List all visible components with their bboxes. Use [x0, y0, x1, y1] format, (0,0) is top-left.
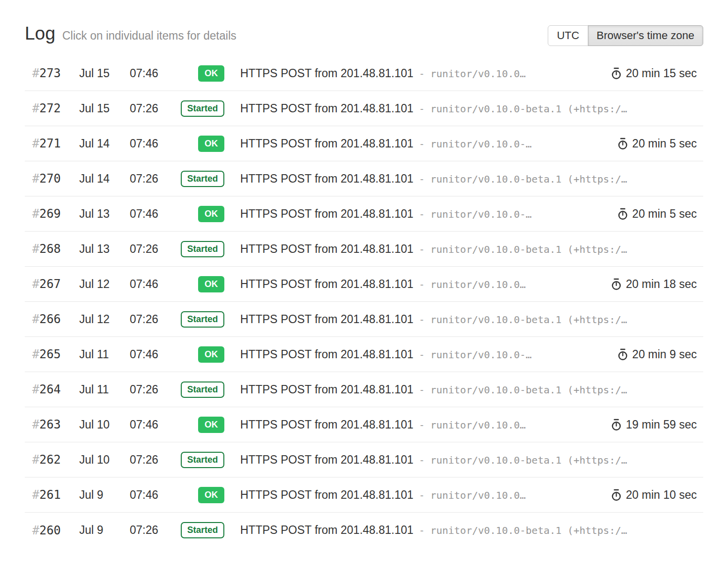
- event-date: Jul 9: [79, 488, 130, 502]
- hash-prefix: #: [32, 382, 39, 396]
- table-row[interactable]: #269 Jul 13 07:46 OK HTTPS POST from 201…: [25, 196, 703, 232]
- separator-dash: -: [419, 279, 425, 290]
- table-row[interactable]: #264 Jul 11 07:26 Started HTTPS POST fro…: [25, 372, 703, 407]
- page-title: Log: [25, 23, 55, 44]
- status-badge: OK: [198, 136, 224, 152]
- hash-prefix: #: [32, 453, 39, 467]
- event-date: Jul 13: [79, 242, 130, 256]
- separator-dash: -: [419, 314, 425, 326]
- log-page: LogClick on individual items for details…: [0, 0, 728, 548]
- event-description: HTTPS POST from 201.48.81.101 - runitor/…: [240, 488, 603, 502]
- event-date: Jul 11: [79, 383, 130, 396]
- hash-prefix: #: [32, 66, 39, 80]
- event-number-value: 267: [39, 277, 60, 291]
- event-message: HTTPS POST from 201.48.81.101: [240, 348, 414, 361]
- status-cell: Started: [164, 241, 224, 257]
- status-cell: OK: [164, 346, 224, 363]
- table-row[interactable]: #270 Jul 14 07:26 Started HTTPS POST fro…: [25, 161, 703, 196]
- event-number-value: 265: [39, 347, 60, 361]
- status-badge: OK: [198, 206, 224, 222]
- table-row[interactable]: #260 Jul 9 07:26 Started HTTPS POST from…: [25, 513, 703, 548]
- event-message: HTTPS POST from 201.48.81.101: [240, 418, 414, 431]
- status-cell: Started: [164, 311, 224, 328]
- event-date: Jul 10: [79, 418, 130, 431]
- event-number-value: 262: [39, 453, 60, 467]
- table-row[interactable]: #262 Jul 10 07:26 Started HTTPS POST fro…: [25, 442, 703, 477]
- event-time: 07:46: [130, 207, 164, 221]
- duration-text: 20 min 15 sec: [626, 67, 697, 80]
- hash-prefix: #: [32, 101, 39, 115]
- event-description: HTTPS POST from 201.48.81.101 - runitor/…: [240, 278, 603, 291]
- event-time: 07:26: [130, 524, 164, 537]
- status-badge: OK: [198, 417, 224, 433]
- event-date: Jul 11: [79, 348, 130, 361]
- utc-button[interactable]: UTC: [548, 25, 588, 46]
- event-description: HTTPS POST from 201.48.81.101 - runitor/…: [240, 67, 603, 80]
- table-row[interactable]: #268 Jul 13 07:26 Started HTTPS POST fro…: [25, 232, 703, 267]
- table-row[interactable]: #265 Jul 11 07:46 OK HTTPS POST from 201…: [25, 337, 703, 372]
- user-agent-text: runitor/v0.10.0-beta.1 (+https:/…: [430, 314, 627, 326]
- title-wrap: LogClick on individual items for details: [25, 24, 236, 44]
- status-badge: OK: [198, 346, 224, 363]
- table-row[interactable]: #273 Jul 15 07:46 OK HTTPS POST from 201…: [25, 56, 703, 91]
- stopwatch-icon: [611, 67, 622, 80]
- event-date: Jul 15: [79, 102, 130, 115]
- stopwatch-icon: [617, 348, 628, 361]
- separator-dash: -: [419, 173, 425, 185]
- table-row[interactable]: #266 Jul 12 07:26 Started HTTPS POST fro…: [25, 302, 703, 337]
- event-description: HTTPS POST from 201.48.81.101 - runitor/…: [240, 383, 674, 396]
- separator-dash: -: [419, 243, 425, 255]
- event-message: HTTPS POST from 201.48.81.101: [240, 102, 414, 115]
- duration-text: 20 min 5 sec: [632, 137, 697, 150]
- status-badge: OK: [198, 276, 224, 292]
- event-description: HTTPS POST from 201.48.81.101 - runitor/…: [240, 172, 674, 186]
- event-description: HTTPS POST from 201.48.81.101 - runitor/…: [240, 524, 674, 537]
- status-cell: OK: [164, 65, 224, 82]
- table-row[interactable]: #261 Jul 9 07:46 OK HTTPS POST from 201.…: [25, 477, 703, 513]
- hash-prefix: #: [32, 524, 39, 537]
- event-number: #260: [25, 524, 79, 537]
- event-date: Jul 10: [79, 453, 130, 467]
- event-duration: 20 min 5 sec: [617, 137, 703, 150]
- duration-text: 20 min 10 sec: [626, 488, 697, 502]
- user-agent-text: runitor/v0.10.0-beta.1 (+https:/…: [430, 173, 627, 185]
- event-time: 07:46: [130, 418, 164, 431]
- separator-dash: -: [419, 68, 425, 80]
- event-time: 07:26: [130, 453, 164, 467]
- status-cell: Started: [164, 452, 224, 468]
- hash-prefix: #: [32, 277, 39, 291]
- status-badge: Started: [181, 171, 224, 187]
- table-row[interactable]: #272 Jul 15 07:26 Started HTTPS POST fro…: [25, 91, 703, 126]
- event-message: HTTPS POST from 201.48.81.101: [240, 488, 414, 502]
- event-number: #265: [25, 347, 79, 361]
- event-time: 07:26: [130, 102, 164, 115]
- separator-dash: -: [419, 454, 425, 466]
- event-message: HTTPS POST from 201.48.81.101: [240, 278, 414, 291]
- event-date: Jul 12: [79, 278, 130, 291]
- hash-prefix: #: [32, 137, 39, 150]
- status-cell: Started: [164, 100, 224, 117]
- event-message: HTTPS POST from 201.48.81.101: [240, 67, 414, 80]
- duration-text: 20 min 9 sec: [632, 348, 697, 361]
- table-row[interactable]: #263 Jul 10 07:46 OK HTTPS POST from 201…: [25, 407, 703, 442]
- separator-dash: -: [419, 349, 425, 361]
- event-number: #261: [25, 488, 79, 502]
- log-table: #273 Jul 15 07:46 OK HTTPS POST from 201…: [25, 56, 703, 548]
- status-badge: Started: [181, 452, 224, 468]
- status-badge: Started: [181, 311, 224, 328]
- event-number-value: 272: [39, 101, 60, 115]
- status-cell: Started: [164, 171, 224, 187]
- status-cell: OK: [164, 206, 224, 222]
- separator-dash: -: [419, 103, 425, 115]
- browser-timezone-button[interactable]: Browser's time zone: [588, 25, 703, 46]
- status-badge: Started: [181, 522, 224, 538]
- table-row[interactable]: #271 Jul 14 07:46 OK HTTPS POST from 201…: [25, 126, 703, 161]
- table-row[interactable]: #267 Jul 12 07:46 OK HTTPS POST from 201…: [25, 267, 703, 302]
- event-duration: 20 min 5 sec: [617, 207, 703, 221]
- event-date: Jul 14: [79, 137, 130, 150]
- event-duration: 20 min 18 sec: [611, 278, 703, 291]
- stopwatch-icon: [617, 138, 628, 150]
- user-agent-text: runitor/v0.10.0-beta.1 (+https:/…: [430, 103, 627, 115]
- duration-text: 19 min 59 sec: [626, 418, 697, 431]
- status-cell: OK: [164, 276, 224, 292]
